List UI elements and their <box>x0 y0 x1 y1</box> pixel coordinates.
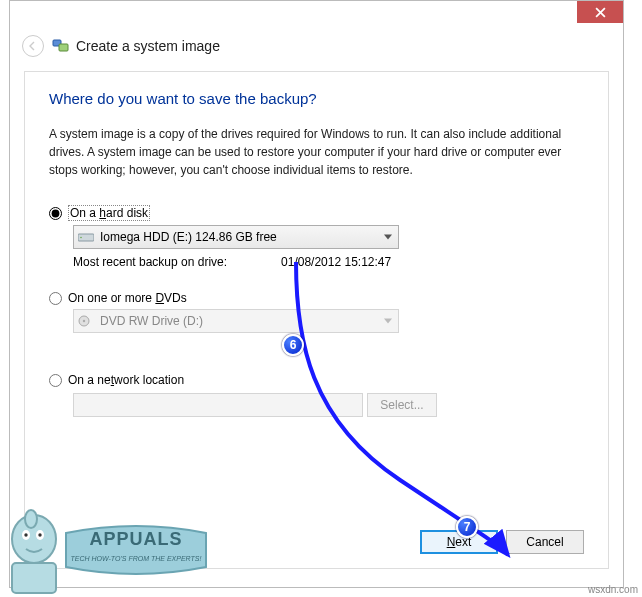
wizard-window: Create a system image Where do you want … <box>9 0 624 588</box>
chevron-down-icon <box>384 235 392 240</box>
arrow-left-icon <box>27 40 39 52</box>
cancel-button[interactable]: Cancel <box>506 530 584 554</box>
dvd-dropdown: DVD RW Drive (D:) <box>73 309 399 333</box>
radio-network[interactable] <box>49 374 62 387</box>
header: Create a system image <box>10 29 623 71</box>
next-button[interactable]: Next <box>420 530 498 554</box>
radio-network-label[interactable]: On a network location <box>68 373 184 387</box>
chevron-down-icon <box>384 319 392 324</box>
svg-point-5 <box>80 237 82 239</box>
hard-drive-icon <box>78 231 94 243</box>
hard-disk-selected: Iomega HDD (E:) 124.86 GB free <box>100 230 277 244</box>
radio-hard-disk-label[interactable]: On a hard disk <box>68 205 150 221</box>
last-backup-value: 01/08/2012 15:12:47 <box>281 255 391 269</box>
option-dvd: On one or more DVDs DVD RW Drive (D:) <box>49 291 584 333</box>
content-panel: Where do you want to save the backup? A … <box>24 71 609 569</box>
page-heading: Where do you want to save the backup? <box>49 90 584 107</box>
option-hard-disk: On a hard disk Iomega HDD (E:) 124.86 GB… <box>49 205 584 269</box>
radio-dvd-label[interactable]: On one or more DVDs <box>68 291 187 305</box>
close-icon <box>595 7 606 18</box>
network-path-input <box>73 393 363 417</box>
titlebar <box>10 1 623 29</box>
page-description: A system image is a copy of the drives r… <box>49 125 584 179</box>
network-select-button: Select... <box>367 393 437 417</box>
close-button[interactable] <box>577 1 623 23</box>
system-image-icon <box>52 37 70 55</box>
radio-dvd[interactable] <box>49 292 62 305</box>
svg-rect-3 <box>59 44 68 51</box>
option-network: On a network location Select... <box>49 373 584 417</box>
dvd-drive-icon <box>78 315 94 327</box>
radio-hard-disk[interactable] <box>49 207 62 220</box>
last-backup-label: Most recent backup on drive: <box>73 255 227 269</box>
svg-point-7 <box>83 320 85 322</box>
window-title: Create a system image <box>76 38 220 54</box>
wizard-footer: Next Cancel <box>420 530 584 554</box>
watermark: wsxdn.com <box>588 584 638 595</box>
back-button[interactable] <box>22 35 44 57</box>
hard-disk-dropdown[interactable]: Iomega HDD (E:) 124.86 GB free <box>73 225 399 249</box>
last-backup-info: Most recent backup on drive: 01/08/2012 … <box>73 255 584 269</box>
dvd-selected: DVD RW Drive (D:) <box>100 314 203 328</box>
